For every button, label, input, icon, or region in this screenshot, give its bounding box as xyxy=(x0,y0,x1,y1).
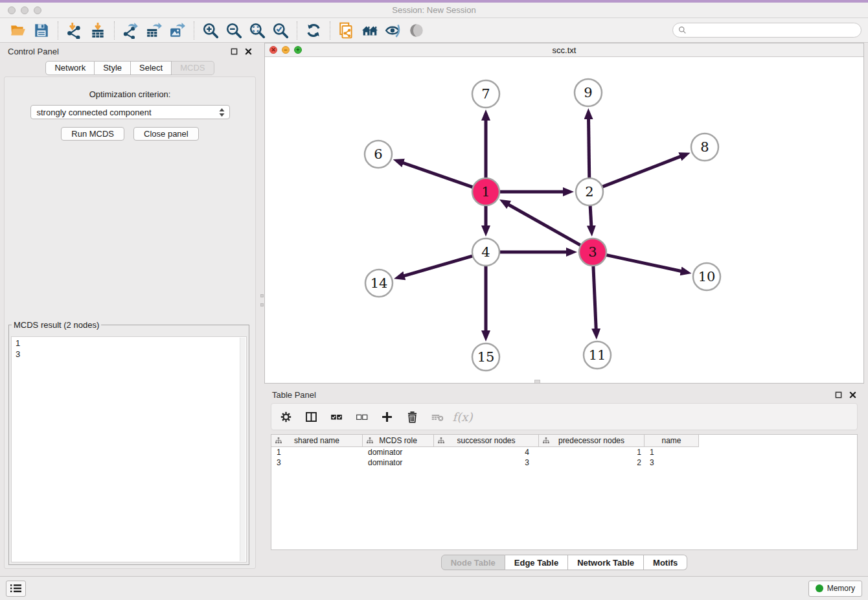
graph-node-4[interactable]: 4 xyxy=(472,238,499,266)
graph-node-11[interactable]: 11 xyxy=(584,341,611,369)
select-stepper-icon xyxy=(218,108,226,117)
column-header-shared-name[interactable]: shared name xyxy=(271,435,363,447)
control-tab-style[interactable]: Style xyxy=(95,61,131,75)
search-input[interactable] xyxy=(690,25,856,36)
table-cell[interactable]: 3 xyxy=(645,458,699,467)
graph-node-7[interactable]: 7 xyxy=(472,80,499,108)
graph-node-10[interactable]: 10 xyxy=(693,263,720,290)
float-panel-icon[interactable] xyxy=(231,48,238,55)
birds-eye-view-button[interactable] xyxy=(405,21,428,40)
table-cell[interactable]: 1 xyxy=(645,448,699,457)
column-type-icon xyxy=(438,437,444,444)
control-panel-tabs: NetworkStyleSelectMCDS xyxy=(0,61,260,75)
clone-network-button[interactable] xyxy=(335,21,358,40)
minimize-window-button[interactable] xyxy=(21,6,29,14)
graph-node-14[interactable]: 14 xyxy=(365,270,393,297)
import-table-button[interactable] xyxy=(86,21,109,40)
zoom-selected-button[interactable] xyxy=(269,21,292,40)
graph-node-8[interactable]: 8 xyxy=(691,133,718,161)
close-panel-button[interactable]: Close panel xyxy=(133,127,199,141)
splitter-handle[interactable] xyxy=(260,294,264,297)
toggle-graphics-details-button[interactable] xyxy=(382,21,405,40)
result-scrollbar[interactable] xyxy=(240,338,246,561)
canvas-splitter-handle[interactable] xyxy=(534,380,540,383)
network-close-button[interactable]: ✕ xyxy=(269,46,277,54)
table-cell[interactable]: 1 xyxy=(539,448,645,457)
select-all-columns-button[interactable] xyxy=(328,409,344,424)
zoom-out-icon xyxy=(225,22,242,39)
zoom-window-button[interactable] xyxy=(34,6,41,14)
delete-column-button[interactable] xyxy=(404,409,420,424)
table-cell[interactable]: 2 xyxy=(539,458,645,467)
add-column-button[interactable] xyxy=(379,409,394,424)
task-history-button[interactable] xyxy=(6,581,26,597)
graph-node-9[interactable]: 9 xyxy=(575,79,602,106)
table-settings-button[interactable] xyxy=(278,409,293,424)
splitter-handle[interactable] xyxy=(260,303,264,306)
control-tab-mcds[interactable]: MCDS xyxy=(172,61,214,75)
zoom-out-button[interactable] xyxy=(222,21,246,40)
tab-network-table[interactable]: Network Table xyxy=(568,555,644,570)
column-header-predecessor-nodes[interactable]: predecessor nodes xyxy=(539,435,645,447)
table-row[interactable]: 1dominator411 xyxy=(271,447,857,457)
close-window-button[interactable] xyxy=(8,6,16,14)
deselect-all-columns-button[interactable] xyxy=(354,409,369,424)
network-canvas[interactable]: 7968124314101511 xyxy=(265,57,863,383)
memory-button[interactable]: Memory xyxy=(808,581,862,597)
column-header-successor-nodes[interactable]: successor nodes xyxy=(434,435,539,447)
import-network-button[interactable] xyxy=(63,21,86,40)
run-mcds-button[interactable]: Run MCDS xyxy=(61,127,124,141)
search-box[interactable] xyxy=(672,23,862,38)
graph-edge-3-10[interactable] xyxy=(599,253,683,271)
table-cell[interactable]: 3 xyxy=(271,458,363,467)
graph-node-15[interactable]: 15 xyxy=(472,343,499,371)
window-controls[interactable] xyxy=(8,6,41,14)
mcds-result-textarea[interactable]: 13 xyxy=(11,336,247,562)
node-table: shared nameMCDS rolesuccessor nodesprede… xyxy=(271,434,858,550)
tab-edge-table[interactable]: Edge Table xyxy=(505,555,568,570)
split-columns-button[interactable] xyxy=(303,409,319,424)
criterion-select[interactable]: strongly connected component xyxy=(30,105,230,119)
table-cell[interactable]: 3 xyxy=(434,458,539,467)
network-graph[interactable]: 7968124314101511 xyxy=(265,57,863,382)
table-cell[interactable]: 4 xyxy=(434,448,539,457)
column-header-mcds-role[interactable]: MCDS role xyxy=(363,435,434,447)
close-panel-icon[interactable] xyxy=(245,48,252,55)
fit-content-button[interactable] xyxy=(246,21,269,40)
float-panel-icon[interactable] xyxy=(835,391,842,398)
column-header-name[interactable]: name xyxy=(645,435,699,447)
table-row[interactable]: 3dominator323 xyxy=(271,457,857,468)
graph-node-6[interactable]: 6 xyxy=(365,141,392,168)
table-cell[interactable]: 1 xyxy=(271,448,363,457)
tab-node-table[interactable]: Node Table xyxy=(441,555,505,570)
graph-node-2[interactable]: 2 xyxy=(576,178,603,205)
zoom-in-button[interactable] xyxy=(199,21,222,40)
control-tab-select[interactable]: Select xyxy=(131,61,172,75)
table-cell[interactable]: dominator xyxy=(363,448,434,457)
toolbar-separator xyxy=(114,21,115,40)
export-network-button[interactable] xyxy=(119,21,143,40)
graph-edge-3-11[interactable] xyxy=(593,259,596,330)
save-session-button[interactable] xyxy=(30,21,53,40)
graph-node-3[interactable]: 3 xyxy=(579,238,606,266)
save-session-icon xyxy=(33,22,50,39)
apply-layout-button[interactable] xyxy=(302,21,325,40)
table-cell[interactable]: dominator xyxy=(363,458,434,467)
graph-edge-2-8[interactable] xyxy=(595,156,681,190)
network-zoom-button[interactable]: + xyxy=(294,46,302,54)
export-table-button[interactable] xyxy=(143,21,166,40)
graph-edge-4-14[interactable] xyxy=(403,254,480,277)
close-panel-icon[interactable] xyxy=(849,391,856,398)
graph-edge-3-1[interactable] xyxy=(507,204,587,249)
graph-edge-2-9[interactable] xyxy=(589,117,589,185)
export-network-icon xyxy=(122,22,139,39)
graph-node-1[interactable]: 1 xyxy=(472,178,499,205)
vertical-splitter[interactable] xyxy=(260,43,264,575)
control-tab-network[interactable]: Network xyxy=(45,61,95,75)
export-image-button[interactable] xyxy=(166,21,189,40)
open-session-button[interactable] xyxy=(6,21,30,40)
network-minimize-button[interactable]: − xyxy=(282,46,290,54)
home-ndex-button[interactable] xyxy=(358,21,382,40)
graph-edge-1-6[interactable] xyxy=(402,163,480,190)
tab-motifs[interactable]: Motifs xyxy=(644,555,687,570)
